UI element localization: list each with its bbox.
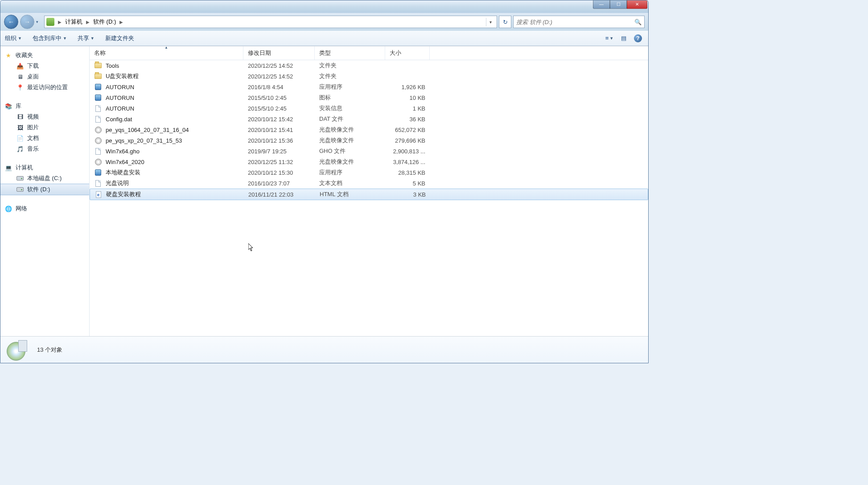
back-button[interactable]: ← [4, 15, 18, 29]
file-type-cell: 光盘映像文件 [315, 125, 385, 134]
file-date-cell: 2020/10/12 15:36 [243, 137, 315, 144]
file-row[interactable]: Tools2020/12/25 14:52文件夹 [90, 60, 648, 71]
file-icon [94, 147, 102, 155]
sidebar-computer-header[interactable]: 💻计算机 [0, 162, 89, 173]
file-row[interactable]: Win7x64_20202020/12/25 11:32光盘映像文件3,874,… [90, 156, 648, 167]
include-in-library-button[interactable]: 包含到库中▼ [33, 34, 67, 42]
share-button[interactable]: 共享▼ [78, 34, 95, 42]
app-icon [94, 94, 102, 102]
file-row[interactable]: Config.dat2020/10/12 15:42DAT 文件36 KB [90, 114, 648, 124]
breadcrumb-sep-icon[interactable]: ▶ [57, 20, 62, 25]
address-dropdown[interactable]: ▾ [486, 18, 495, 26]
titlebar[interactable]: — ☐ ✕ [0, 0, 648, 13]
file-type-cell: 文件夹 [315, 61, 385, 70]
file-name: AUTORUN [106, 84, 134, 90]
file-date-cell: 2019/9/7 19:25 [243, 148, 315, 155]
history-dropdown[interactable]: ▾ [36, 20, 42, 24]
address-bar[interactable]: ▶ 计算机 ▶ 软件 (D:) ▶ ▾ [44, 16, 497, 28]
libraries-icon: 📚 [5, 103, 12, 110]
file-size-cell: 1 KB [385, 105, 430, 112]
sidebar-item-drive-c[interactable]: 本地磁盘 (C:) [0, 173, 89, 184]
file-list: 名称▲ 修改日期 类型 大小 Tools2020/12/25 14:52文件夹U… [90, 46, 648, 336]
file-icon [94, 179, 102, 187]
file-name: Config.dat [106, 116, 132, 123]
sidebar-favorites: ★收藏夹 📥下载 🖥桌面 📍最近访问的位置 [0, 50, 89, 93]
breadcrumb-drive[interactable]: 软件 (D:) [91, 18, 119, 26]
file-row[interactable]: AUTORUN2016/1/8 4:54应用程序1,926 KB [90, 82, 648, 92]
file-row[interactable]: pe_yqs_1064_20_07_31_16_042020/10/12 15:… [90, 124, 648, 135]
recent-icon: 📍 [16, 84, 24, 91]
search-input[interactable] [516, 19, 634, 25]
file-date-cell: 2020/12/25 14:52 [243, 73, 315, 80]
file-size-cell: 28,315 KB [385, 169, 430, 177]
preview-pane-button[interactable]: ▤ [618, 33, 629, 44]
picture-icon: 🖼 [16, 124, 24, 131]
file-name-cell: 光盘说明 [90, 179, 243, 188]
file-name-cell: AUTORUN [90, 104, 243, 113]
forward-button[interactable]: → [20, 15, 34, 29]
file-row[interactable]: AUTORUN2015/5/10 2:45安装信息1 KB [90, 103, 648, 114]
file-size-cell: 1,926 KB [385, 83, 430, 91]
breadcrumb-sep-icon[interactable]: ▶ [85, 20, 91, 25]
sidebar-item-documents[interactable]: 📄文档 [0, 133, 89, 144]
file-size-cell: 36 KB [385, 115, 430, 123]
file-rows: Tools2020/12/25 14:52文件夹U盘安装教程2020/12/25… [90, 60, 648, 200]
file-row[interactable]: pe_yqs_xp_20_07_31_15_532020/10/12 15:36… [90, 135, 648, 146]
file-size-cell [385, 65, 430, 66]
folder-icon [94, 72, 102, 80]
column-type[interactable]: 类型 [315, 46, 385, 60]
file-row[interactable]: Win7x64.gho2019/9/7 19:25GHO 文件2,900,813… [90, 146, 648, 156]
toolbar: 组织▼ 包含到库中▼ 共享▼ 新建文件夹 ≡▼ ▤ ? [0, 31, 648, 46]
explorer-window: — ☐ ✕ ← → ▾ ▶ 计算机 ▶ 软件 (D:) ▶ ▾ ↻ 🔍 组织▼ … [0, 0, 649, 363]
sidebar-favorites-header[interactable]: ★收藏夹 [0, 50, 89, 61]
downloads-icon: 📥 [16, 62, 24, 70]
file-type-cell: 应用程序 [315, 82, 385, 91]
close-button[interactable]: ✕ [627, 0, 647, 9]
view-mode-button[interactable]: ≡▼ [604, 33, 615, 44]
sidebar-item-recent[interactable]: 📍最近访问的位置 [0, 82, 89, 93]
file-row[interactable]: AUTORUN2015/5/10 2:45图标10 KB [90, 92, 648, 103]
sidebar-network-header[interactable]: 🌐网络 [0, 203, 89, 214]
column-date[interactable]: 修改日期 [243, 46, 315, 60]
file-type-cell: 图标 [315, 93, 385, 102]
window-controls: — ☐ ✕ [593, 0, 647, 9]
column-name[interactable]: 名称▲ [90, 46, 243, 60]
help-button[interactable]: ? [632, 33, 644, 44]
file-row[interactable]: U盘安装教程2020/12/25 14:52文件夹 [90, 71, 648, 82]
file-name-cell: Tools [90, 61, 243, 70]
file-row[interactable]: 硬盘安装教程2016/11/21 22:03HTML 文档3 KB [90, 189, 648, 200]
file-name-cell: U盘安装教程 [90, 72, 243, 81]
file-row[interactable]: 本地硬盘安装2020/10/12 15:30应用程序28,315 KB [90, 167, 648, 178]
file-name: AUTORUN [106, 105, 134, 112]
sidebar-item-downloads[interactable]: 📥下载 [0, 61, 89, 71]
sidebar-item-drive-d[interactable]: 软件 (D:) [0, 184, 89, 195]
help-icon: ? [634, 34, 642, 42]
body: ★收藏夹 📥下载 🖥桌面 📍最近访问的位置 📚库 🎞视频 🖼图片 📄文档 🎵音乐… [0, 46, 648, 336]
file-name-cell: pe_yqs_1064_20_07_31_16_04 [90, 125, 243, 134]
star-icon: ★ [5, 52, 12, 59]
file-size-cell: 3,874,126 ... [385, 158, 430, 166]
file-row[interactable]: 光盘说明2016/10/23 7:07文本文档5 KB [90, 178, 648, 189]
maximize-button[interactable]: ☐ [610, 0, 627, 9]
sidebar-libraries-header[interactable]: 📚库 [0, 101, 89, 111]
new-folder-button[interactable]: 新建文件夹 [105, 34, 134, 42]
sidebar-item-videos[interactable]: 🎞视频 [0, 111, 89, 122]
search-box[interactable]: 🔍 [513, 16, 645, 28]
sidebar-item-pictures[interactable]: 🖼图片 [0, 122, 89, 133]
sidebar-item-music[interactable]: 🎵音乐 [0, 144, 89, 154]
file-name-cell: AUTORUN [90, 82, 243, 91]
search-icon[interactable]: 🔍 [634, 19, 642, 25]
breadcrumb-sep-icon[interactable]: ▶ [119, 20, 124, 25]
drive-icon [16, 186, 24, 193]
organize-button[interactable]: 组织▼ [5, 34, 22, 42]
breadcrumb-computer[interactable]: 计算机 [62, 18, 85, 26]
desktop-icon: 🖥 [16, 73, 24, 80]
refresh-button[interactable]: ↻ [499, 16, 511, 28]
column-size[interactable]: 大小 [385, 46, 430, 60]
file-size-cell: 10 KB [385, 94, 430, 102]
sidebar-computer: 💻计算机 本地磁盘 (C:) 软件 (D:) [0, 162, 89, 195]
minimize-button[interactable]: — [593, 0, 610, 9]
file-type-cell: 光盘映像文件 [315, 157, 385, 166]
sidebar-item-desktop[interactable]: 🖥桌面 [0, 71, 89, 82]
file-type-cell: 文件夹 [315, 72, 385, 81]
